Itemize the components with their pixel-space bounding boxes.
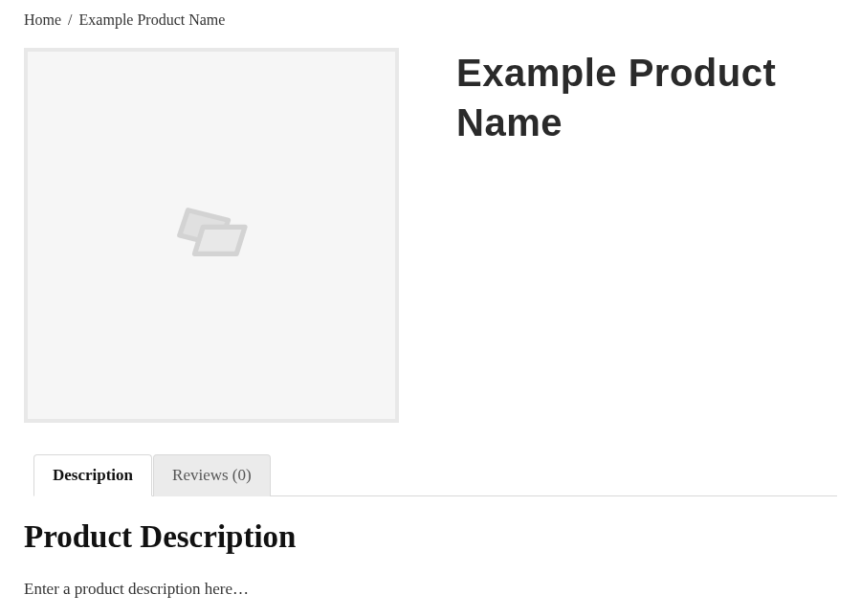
description-text: Enter a product description here…: [24, 580, 837, 599]
svg-marker-1: [195, 227, 246, 253]
tabs: Description Reviews (0): [33, 453, 837, 496]
tab-content-description: Product Description Enter a product desc…: [24, 496, 837, 599]
product-summary: Example Product Name: [456, 48, 820, 423]
tab-description[interactable]: Description: [33, 454, 152, 496]
tab-reviews[interactable]: Reviews (0): [153, 454, 271, 496]
breadcrumb: Home / Example Product Name: [24, 11, 837, 29]
section-heading: Product Description: [24, 519, 837, 555]
product-main: Example Product Name: [24, 48, 837, 423]
product-image[interactable]: [24, 48, 399, 423]
breadcrumb-separator: /: [68, 11, 72, 28]
image-placeholder-icon: [168, 202, 254, 269]
breadcrumb-current: Example Product Name: [79, 11, 226, 28]
product-title: Example Product Name: [456, 48, 820, 147]
breadcrumb-home[interactable]: Home: [24, 11, 61, 28]
